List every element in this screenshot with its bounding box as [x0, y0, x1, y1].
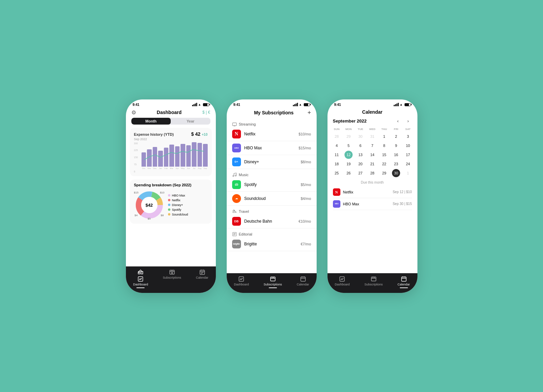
cal-day-30-highlighted[interactable]: 30 — [392, 169, 400, 177]
cal-day-22[interactable]: 22 — [378, 160, 390, 168]
cal-day-12-today[interactable]: 12 — [344, 151, 353, 159]
deutschebahn-name: Deutsche Bahn — [244, 219, 299, 224]
next-month-button[interactable]: › — [405, 117, 412, 125]
dashboard-title: Dashboard — [157, 110, 182, 115]
add-subscription-button[interactable]: + — [307, 109, 311, 116]
bar-Mar: Mar — [169, 142, 174, 169]
bar-rect-Oct — [142, 152, 146, 167]
currency-toggle[interactable]: $ | € — [202, 110, 210, 115]
soundcloud-item[interactable]: ☁ Soundcloud $4/mo — [227, 192, 317, 206]
due-netflix[interactable]: N Netflix Sep 12 | $10 — [333, 186, 412, 198]
cal-day-16[interactable]: 16 — [390, 150, 402, 159]
legend-label: Netflix — [172, 199, 181, 202]
cal-day-20[interactable]: 20 — [355, 160, 367, 168]
cal-day-14[interactable]: 14 — [367, 150, 378, 159]
cal-day-1[interactable]: 1 — [378, 132, 390, 141]
disney-item[interactable]: D+ Disney+ $8/mo — [227, 155, 317, 169]
legend-label: HBO Max — [172, 194, 185, 197]
bar-rect-Mar — [169, 145, 174, 167]
cal-day-26[interactable]: 26 — [343, 169, 355, 178]
days-of-week: SUN MON TUE WED THU FRI SAT — [331, 127, 414, 131]
deutschebahn-item[interactable]: DB Deutsche Bahn €10/mo — [227, 214, 317, 228]
cal-day-29-prev[interactable]: 29 — [343, 132, 355, 141]
cal-day-19[interactable]: 19 — [343, 160, 355, 168]
cal-day-21[interactable]: 21 — [367, 160, 378, 168]
dow-thu: THU — [378, 127, 390, 131]
cal-day-24[interactable]: 24 — [402, 160, 414, 168]
cal-day-3[interactable]: 3 — [402, 132, 414, 141]
cal-day-6[interactable]: 6 — [355, 141, 367, 150]
due-hbomax[interactable]: HBO HBO Max Sep 30 | $15 — [333, 198, 412, 210]
battery-icon-2 — [304, 103, 310, 106]
cal-day-11[interactable]: 11 — [331, 150, 343, 159]
bar-Feb: Feb — [164, 142, 169, 169]
svg-rect-43 — [371, 277, 376, 281]
legend-dot — [168, 213, 170, 216]
cal-day-31-prev[interactable]: 31 — [367, 132, 378, 141]
bar-rect-Jul — [192, 142, 196, 167]
subscriptions-content: My Subscriptions + Streaming N Netflix $… — [227, 108, 317, 273]
cal-day-27[interactable]: 27 — [355, 169, 367, 178]
brigitte-item[interactable]: brigitte Brigitte €7/mo — [227, 237, 317, 251]
donut-label-tr: $10 — [160, 191, 164, 194]
period-toggle[interactable]: Month Year — [131, 118, 210, 125]
cal-day-29[interactable]: 29 — [378, 169, 390, 178]
spotify-logo — [232, 180, 241, 189]
spending-breakdown-card: Spending breakdown (Sep 2022) $42 — [130, 180, 212, 224]
bottom-nav-2: Dashboard Subscriptions Calendar — [227, 273, 317, 293]
cal-day-25[interactable]: 25 — [331, 169, 343, 178]
nav-calendar-2[interactable]: Calendar — [297, 276, 309, 288]
bar-label-Nov: Nov — [147, 167, 151, 169]
spotify-price: $5/mo — [301, 183, 311, 187]
cal-day-23[interactable]: 23 — [390, 160, 402, 168]
month-toggle[interactable]: Month — [131, 118, 171, 125]
calendar-nav-icon — [199, 269, 205, 275]
cal-day-30-prev[interactable]: 30 — [355, 132, 367, 141]
cal-day-5[interactable]: 5 — [343, 141, 355, 150]
bar-Nov: Nov — [147, 142, 152, 169]
nav-subscriptions-3[interactable]: Subscriptions — [364, 276, 383, 288]
due-hbomax-logo: HBO — [333, 200, 340, 208]
year-toggle[interactable]: Year — [171, 118, 210, 125]
streaming-icon — [232, 122, 237, 127]
cal-day-7[interactable]: 7 — [367, 141, 378, 150]
cal-day-10[interactable]: 10 — [402, 141, 414, 150]
donut-label-bl: $4 — [135, 214, 138, 217]
hbomax-name: HBO Max — [244, 146, 299, 150]
status-icons: ▲ — [192, 103, 209, 106]
dashboard-screen: 9:41 ▲ ⚙ Dashboard $ | € Month Year — [126, 99, 216, 293]
nav-subscriptions-2[interactable]: Subscriptions — [264, 276, 282, 288]
cal-day-4[interactable]: 4 — [331, 141, 343, 150]
streaming-label: Streaming — [239, 122, 256, 126]
hbomax-item[interactable]: HBO HBO Max $15/mo — [227, 141, 317, 155]
gear-icon[interactable]: ⚙ — [131, 109, 136, 116]
calendar-nav-icon-3 — [401, 276, 407, 282]
prev-month-button[interactable]: ‹ — [394, 117, 402, 125]
cal-day-9[interactable]: 9 — [390, 141, 402, 150]
calendar-nav-buttons: ‹ › — [394, 117, 412, 125]
nav-calendar[interactable]: Calendar — [196, 269, 208, 288]
netflix-name: Netflix — [244, 132, 299, 136]
nav-dashboard-3[interactable]: Dashboard — [335, 276, 350, 288]
due-hbomax-name: HBO Max — [343, 202, 393, 206]
spotify-item[interactable]: Spotify $5/mo — [227, 178, 317, 192]
nav-dashboard[interactable]: Dashboard — [133, 269, 148, 288]
cal-day-13[interactable]: 13 — [355, 150, 367, 159]
cal-day-1-next[interactable]: 1 — [402, 169, 414, 178]
cal-day-2[interactable]: 2 — [390, 132, 402, 141]
nav-dashboard-2[interactable]: Dashboard — [234, 276, 249, 288]
cal-day-28[interactable]: 28 — [367, 169, 378, 178]
cal-day-17[interactable]: 17 — [402, 150, 414, 159]
bar-Jul: Jul — [192, 142, 196, 169]
expense-period: Sep 2022 — [134, 137, 208, 141]
due-title: Due this month — [333, 181, 412, 184]
nav-calendar-label: Calendar — [196, 276, 208, 279]
nav-calendar-3[interactable]: Calendar — [397, 276, 410, 288]
nav-subscriptions[interactable]: Subscriptions — [163, 269, 181, 288]
cal-day-8[interactable]: 8 — [378, 141, 390, 150]
netflix-item[interactable]: N Netflix $10/mo — [227, 127, 317, 141]
cal-day-28-prev[interactable]: 28 — [331, 132, 343, 141]
cal-day-18[interactable]: 18 — [331, 160, 343, 168]
cal-day-15[interactable]: 15 — [378, 150, 390, 159]
editorial-label: Editorial — [239, 232, 252, 236]
